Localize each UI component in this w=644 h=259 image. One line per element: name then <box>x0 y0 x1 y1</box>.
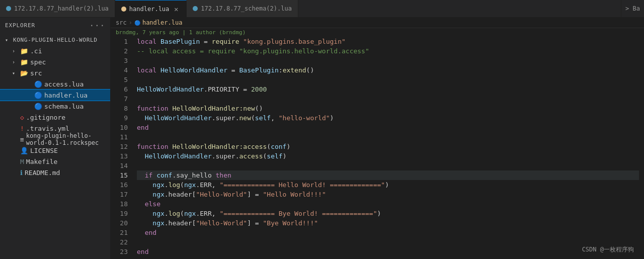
code-line-23: end <box>137 247 639 256</box>
code-view: 1 2 3 4 5 6 7 8 9 10 11 12 13 14 15 16 1 <box>111 37 644 259</box>
sidebar-item-label: .gitignore <box>26 114 65 121</box>
chevron-right-icon: › <box>12 59 18 65</box>
sidebar-item-spec[interactable]: › 📁 spec <box>0 56 110 67</box>
code-line-3 <box>137 56 639 65</box>
chevron-right-icon: › <box>12 48 18 54</box>
sidebar-item-gitignore[interactable]: ◇ .gitignore <box>0 112 110 123</box>
sidebar-item-license[interactable]: 👤 LICENSE <box>0 145 110 156</box>
code-line-6: HelloWorldHandler.PRIORITY = 2000 <box>137 84 639 94</box>
git-blame-bar: brndmg, 7 years ago | 1 author (brndmg) <box>111 28 644 37</box>
sidebar-item-label: Makefile <box>26 158 58 165</box>
watermark: CSDN @一枚程序狗 <box>582 245 634 254</box>
sidebar-item-label: access.lua <box>44 80 84 88</box>
sidebar-item-label: kong-plugin-hello-world-0.1-1.rockspec <box>26 132 110 146</box>
sidebar-tree: ▾ KONG-PLUGIN-HELLO-WORLD › 📁 .ci › 📁 sp… <box>0 33 110 179</box>
sidebar-item-label: schema.lua <box>44 103 84 110</box>
sidebar-item-label: LICENSE <box>30 147 58 154</box>
code-line-9: HelloWorldHandler.super.new(self, "hello… <box>137 113 639 123</box>
sidebar-item-root[interactable]: ▾ KONG-PLUGIN-HELLO-WORLD <box>0 34 110 45</box>
code-line-18: else <box>137 199 639 209</box>
tab-bar: 172.17.8.77_handler(2).lua handler.lua ✕… <box>0 0 644 18</box>
sidebar-item-readme[interactable]: ℹ README.md <box>0 167 110 178</box>
code-line-19: ngx.log(ngx.ERR, "============= Bye Worl… <box>137 209 639 218</box>
tab-handler[interactable]: handler.lua ✕ <box>115 0 187 17</box>
chevron-down-icon: ▾ <box>12 70 18 76</box>
code-line-8: function HelloWorldHandler:new() <box>137 104 639 113</box>
breadcrumb-filename: handler.lua <box>142 19 182 26</box>
code-line-12: function HelloWorldHandler:access(conf) <box>137 142 639 151</box>
chevron-down-icon: ▾ <box>5 37 11 43</box>
tab-label-active: handler.lua <box>129 6 169 13</box>
tab-label: 172.17.8.77_handler(2).lua <box>14 5 109 12</box>
code-line-4: local HelloWorldHandler = BasePlugin:ext… <box>137 65 639 75</box>
code-line-10: end <box>137 123 639 132</box>
sidebar-item-label: .ci <box>30 47 42 55</box>
code-line-13: HelloWorldHandler.super.access(self) <box>137 151 639 161</box>
breadcrumb-src: src <box>116 19 127 26</box>
sidebar-item-schema[interactable]: 🔵 schema.lua <box>0 101 110 112</box>
code-line-16: ngx.log(ngx.ERR, "============= Hello Wo… <box>137 180 639 190</box>
code-line-22 <box>137 237 639 247</box>
code-content[interactable]: local BasePlugin = require "kong.plugins… <box>132 37 644 259</box>
tab-label-schema: 172.17.8.77_schema(2).lua <box>201 5 292 12</box>
sidebar-item-src[interactable]: ▾ 📂 src <box>0 67 110 78</box>
lua-modified-icon <box>121 7 126 12</box>
code-line-24 <box>137 256 639 259</box>
tab-panel-arrow[interactable]: > Ba <box>621 0 644 17</box>
sidebar-item-access[interactable]: 🔵 access.lua <box>0 78 110 90</box>
sidebar: EXPLORER ··· ▾ KONG-PLUGIN-HELLO-WORLD ›… <box>0 18 111 259</box>
git-blame-text: brndmg, 7 years ago | 1 author (brndmg) <box>116 29 246 36</box>
sidebar-item-label: src <box>30 69 42 77</box>
code-line-15: if conf.say_hello then <box>137 170 639 180</box>
sidebar-header: EXPLORER ··· <box>0 18 110 33</box>
breadcrumb-sep: › <box>129 19 132 26</box>
editor-area: src › 🔵 handler.lua brndmg, 7 years ago … <box>111 18 644 259</box>
sidebar-title: EXPLORER <box>5 22 35 29</box>
code-line-11 <box>137 132 639 142</box>
line-numbers: 1 2 3 4 5 6 7 8 9 10 11 12 13 14 15 16 1 <box>111 37 132 259</box>
tab-handler2[interactable]: 172.17.8.77_handler(2).lua <box>0 0 115 17</box>
tab-schema2[interactable]: 172.17.8.77_schema(2).lua <box>187 0 298 17</box>
sidebar-item-label: spec <box>30 58 46 66</box>
code-line-20: ngx.header["Hello-World"] = "Bye World!!… <box>137 218 639 228</box>
code-line-5 <box>137 75 639 84</box>
breadcrumb: src › 🔵 handler.lua <box>111 18 644 28</box>
watermark-text: CSDN @一枚程序狗 <box>582 246 634 253</box>
code-line-2: -- local access = require "kong.plugins.… <box>137 46 639 56</box>
tab-close-button[interactable]: ✕ <box>172 5 180 13</box>
lua-icon <box>6 6 11 11</box>
sidebar-item-label: KONG-PLUGIN-HELLO-WORLD <box>13 37 98 43</box>
sidebar-item-label: .travis.yml <box>26 125 69 132</box>
code-line-21: end <box>137 228 639 237</box>
sidebar-item-handler[interactable]: 🔵 handler.lua <box>0 90 110 101</box>
sidebar-item-makefile[interactable]: M Makefile <box>0 156 110 167</box>
sidebar-item-label: handler.lua <box>44 92 88 99</box>
code-line-14 <box>137 161 639 170</box>
code-line-7 <box>137 94 639 104</box>
sidebar-item-label: README.md <box>25 169 60 177</box>
sidebar-more-button[interactable]: ··· <box>89 21 105 30</box>
lua-icon2 <box>193 6 198 11</box>
code-line-17: ngx.header["Hello-World"] = "Hello World… <box>137 190 639 199</box>
breadcrumb-file-icon: 🔵 <box>134 20 140 26</box>
sidebar-item-rockspec[interactable]: ≡ kong-plugin-hello-world-0.1-1.rockspec <box>0 134 110 145</box>
sidebar-item-ci[interactable]: › 📁 .ci <box>0 45 110 56</box>
code-line-1: local BasePlugin = require "kong.plugins… <box>137 37 639 46</box>
